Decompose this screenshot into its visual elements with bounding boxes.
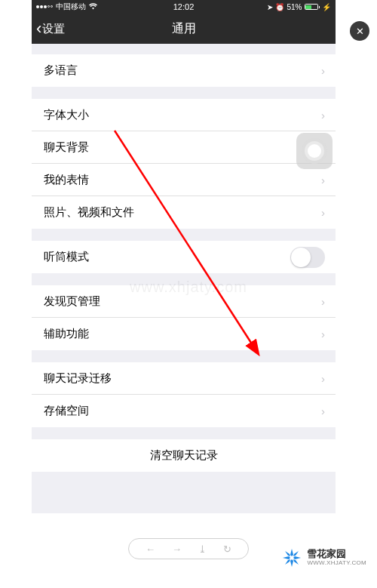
battery-percent: 51%	[287, 3, 302, 11]
viewer-toolbar: ← → ⤓ ↻	[128, 538, 249, 559]
row-font-size[interactable]: 字体大小 ›	[32, 99, 336, 131]
status-time: 12:02	[173, 2, 195, 11]
row-label: 聊天记录迁移	[44, 371, 112, 386]
close-icon: ✕	[356, 26, 364, 37]
group-earpiece: 听筒模式	[32, 241, 336, 273]
page-title: 通用	[172, 21, 196, 37]
svg-marker-8	[293, 551, 299, 556]
close-overlay-button[interactable]: ✕	[350, 21, 369, 41]
svg-marker-4	[283, 556, 290, 559]
status-bar: 中国移动 12:02 ➤ ⏰ 51% ⚡	[32, 0, 336, 14]
row-label: 多语言	[44, 63, 78, 78]
alarm-icon: ⏰	[275, 3, 284, 11]
row-chat-background[interactable]: 聊天背景 ›	[32, 131, 336, 164]
chevron-right-icon: ›	[321, 206, 325, 219]
chevron-right-icon: ›	[321, 109, 325, 122]
back-button[interactable]: ‹ 设置	[32, 20, 65, 37]
row-storage[interactable]: 存储空间 ›	[32, 395, 336, 427]
svg-marker-9	[285, 559, 290, 565]
toggle-knob	[291, 248, 311, 267]
back-label: 设置	[42, 22, 65, 36]
chevron-right-icon: ›	[321, 174, 325, 186]
location-icon: ➤	[267, 3, 273, 11]
chevron-right-icon: ›	[321, 295, 325, 308]
svg-marker-5	[293, 556, 301, 559]
snowflake-icon	[281, 547, 302, 568]
group-language: 多语言 ›	[32, 54, 336, 87]
battery-icon	[305, 4, 320, 10]
row-label: 辅助功能	[44, 327, 89, 341]
clear-chat-button[interactable]: 清空聊天记录	[32, 439, 336, 472]
carrier-label: 中国移动	[56, 2, 86, 12]
brand-url: WWW.XHJATY.COM	[307, 560, 366, 567]
group-storage: 聊天记录迁移 › 存储空间 ›	[32, 362, 336, 427]
row-label: 字体大小	[44, 108, 89, 122]
status-left: 中国移动	[36, 2, 97, 12]
row-label: 听筒模式	[44, 250, 89, 264]
brand-name: 雪花家园	[307, 549, 366, 559]
row-my-stickers[interactable]: 我的表情 ›	[32, 164, 336, 196]
row-label: 我的表情	[44, 173, 89, 187]
refresh-button[interactable]: ↻	[223, 543, 231, 555]
assistive-touch-icon[interactable]	[296, 133, 333, 169]
row-label: 发现页管理	[44, 294, 100, 309]
row-accessibility[interactable]: 辅助功能 ›	[32, 318, 336, 350]
row-discover-manage[interactable]: 发现页管理 ›	[32, 285, 336, 318]
group-clear: 清空聊天记录	[32, 439, 336, 472]
prev-button[interactable]: ←	[146, 543, 155, 555]
status-right: ➤ ⏰ 51% ⚡	[267, 3, 331, 11]
download-button[interactable]: ⤓	[198, 543, 207, 555]
row-photos-videos-files[interactable]: 照片、视频和文件 ›	[32, 196, 336, 229]
chevron-left-icon: ‹	[36, 20, 41, 37]
clear-label: 清空聊天记录	[150, 448, 218, 463]
next-button[interactable]: →	[172, 543, 182, 555]
chevron-right-icon: ›	[321, 372, 325, 385]
chevron-right-icon: ›	[321, 328, 325, 340]
row-label: 聊天背景	[44, 140, 89, 155]
row-chatlog-migrate[interactable]: 聊天记录迁移 ›	[32, 362, 336, 395]
group-discover: 发现页管理 › 辅助功能 ›	[32, 285, 336, 350]
group-display: 字体大小 › 聊天背景 › 我的表情 › 照片、视频和文件 ›	[32, 99, 336, 229]
phone-screen: 中国移动 12:02 ➤ ⏰ 51% ⚡ ‹ 设置	[32, 0, 336, 513]
row-label: 存储空间	[44, 404, 89, 418]
svg-marker-7	[293, 559, 299, 565]
charging-icon: ⚡	[322, 3, 331, 11]
row-label: 照片、视频和文件	[44, 205, 134, 220]
row-earpiece-mode[interactable]: 听筒模式	[32, 241, 336, 273]
wifi-icon	[89, 3, 97, 11]
chevron-right-icon: ›	[321, 64, 325, 77]
nav-bar: ‹ 设置 通用	[32, 14, 336, 44]
earpiece-toggle[interactable]	[290, 247, 325, 268]
chevron-right-icon: ›	[321, 405, 325, 417]
svg-marker-3	[290, 559, 293, 567]
svg-marker-2	[290, 549, 293, 556]
brand-logo: 雪花家园 WWW.XHJATY.COM	[281, 547, 366, 568]
svg-marker-6	[285, 551, 290, 556]
settings-list: 多语言 › 字体大小 › 聊天背景 › 我的表情 › 照片、视频和	[32, 54, 336, 472]
row-multilanguage[interactable]: 多语言 ›	[32, 54, 336, 87]
signal-dots-icon	[36, 5, 53, 8]
